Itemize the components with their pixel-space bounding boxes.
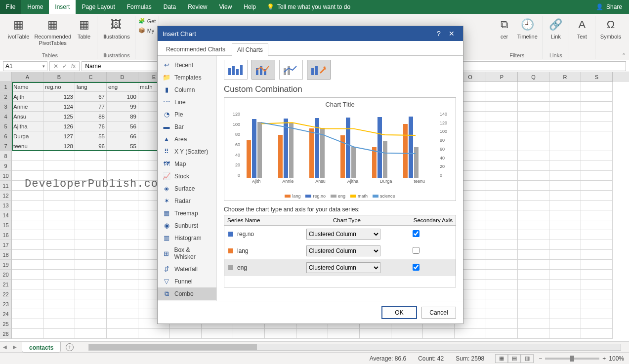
cell[interactable] xyxy=(581,121,613,131)
cell[interactable] xyxy=(518,82,549,92)
cell[interactable] xyxy=(107,210,138,220)
cell[interactable] xyxy=(549,121,581,131)
cell[interactable]: 128 xyxy=(43,141,75,151)
cell[interactable] xyxy=(12,191,43,201)
cell[interactable] xyxy=(518,112,549,121)
cell[interactable] xyxy=(581,151,613,161)
tab-help[interactable]: Help xyxy=(238,0,262,14)
cell[interactable] xyxy=(581,210,613,220)
cell[interactable]: 124 xyxy=(43,102,75,112)
row-header[interactable]: 12 xyxy=(0,191,12,201)
cell[interactable]: 127 xyxy=(43,131,75,141)
cell[interactable]: 77 xyxy=(75,102,107,112)
cell[interactable] xyxy=(518,151,549,161)
recommended-pivottable-button[interactable]: ▦Recommended PivotTables xyxy=(32,16,73,47)
cell[interactable] xyxy=(518,92,549,102)
cell[interactable] xyxy=(581,131,613,141)
cell[interactable] xyxy=(75,299,107,309)
cell[interactable] xyxy=(75,250,107,260)
cell[interactable]: 96 xyxy=(75,141,107,151)
cell[interactable] xyxy=(581,141,613,151)
cancel-formula-icon[interactable]: ✕ xyxy=(52,63,60,70)
cell[interactable] xyxy=(581,220,613,230)
chart-type-combo[interactable]: ⧉Combo xyxy=(158,287,216,300)
cell[interactable] xyxy=(12,299,43,309)
row-header[interactable]: 4 xyxy=(0,112,12,121)
cell[interactable] xyxy=(581,92,613,102)
cell[interactable] xyxy=(75,319,107,329)
cell[interactable] xyxy=(12,260,43,270)
secondary-axis-checkbox[interactable] xyxy=(413,247,419,254)
series-row[interactable]: reg.noClustered Column xyxy=(224,226,456,243)
cell[interactable] xyxy=(549,289,581,299)
cell[interactable] xyxy=(12,151,43,161)
row-header[interactable]: 10 xyxy=(0,171,12,181)
cell[interactable] xyxy=(581,82,613,92)
add-sheet-button[interactable]: + xyxy=(66,343,74,351)
cell[interactable] xyxy=(486,92,518,102)
chart-type-stock[interactable]: 📈Stock xyxy=(158,170,216,182)
zoom-in-button[interactable]: + xyxy=(602,355,606,362)
chart-type-line[interactable]: 〰Line xyxy=(158,96,216,108)
cell[interactable] xyxy=(43,329,75,339)
chart-type-recent[interactable]: ↩Recent xyxy=(158,59,216,71)
cell[interactable] xyxy=(486,201,518,210)
cell[interactable] xyxy=(486,230,518,240)
tab-all-charts[interactable]: All Charts xyxy=(232,43,268,56)
series-row[interactable]: langClustered Column xyxy=(224,243,456,259)
cell[interactable]: 66 xyxy=(107,131,138,141)
cell[interactable] xyxy=(549,329,581,339)
zoom-control[interactable]: − + 100% xyxy=(539,355,624,362)
cell[interactable] xyxy=(486,121,518,131)
cell[interactable] xyxy=(107,161,138,171)
cell[interactable] xyxy=(518,161,549,171)
slicer-button[interactable]: ⧉cer xyxy=(495,16,514,41)
cell[interactable] xyxy=(549,102,581,112)
cell[interactable] xyxy=(486,82,518,92)
cell[interactable] xyxy=(581,230,613,240)
row-header[interactable]: 20 xyxy=(0,270,12,280)
cell[interactable] xyxy=(107,250,138,260)
dialog-help-button[interactable]: ? xyxy=(432,30,445,38)
cell[interactable] xyxy=(549,201,581,210)
row-header[interactable]: 19 xyxy=(0,260,12,270)
col-header[interactable]: R xyxy=(549,72,581,82)
col-header[interactable]: S xyxy=(581,72,613,82)
cell[interactable] xyxy=(486,112,518,121)
cell[interactable] xyxy=(486,250,518,260)
tab-page-layout[interactable]: Page Layout xyxy=(76,0,121,14)
cell[interactable] xyxy=(107,201,138,210)
col-header[interactable]: B xyxy=(43,72,75,82)
row-header[interactable]: 3 xyxy=(0,102,12,112)
cell[interactable] xyxy=(486,220,518,230)
cell[interactable] xyxy=(486,280,518,289)
combo-subtype-custom[interactable] xyxy=(307,60,331,80)
accept-formula-icon[interactable]: ✓ xyxy=(61,63,69,70)
cell[interactable] xyxy=(43,161,75,171)
cell[interactable] xyxy=(581,240,613,250)
cell[interactable] xyxy=(518,220,549,230)
cell[interactable]: 123 xyxy=(43,92,75,102)
cell[interactable] xyxy=(518,141,549,151)
cell[interactable] xyxy=(486,151,518,161)
chart-type-pie[interactable]: ◔Pie xyxy=(158,108,216,121)
cell[interactable] xyxy=(75,240,107,250)
row-header[interactable]: 1 xyxy=(0,82,12,92)
cell[interactable] xyxy=(391,329,423,339)
row-header[interactable]: 8 xyxy=(0,151,12,161)
cell[interactable] xyxy=(518,319,549,329)
row-header[interactable]: 7 xyxy=(0,141,12,151)
cell[interactable] xyxy=(12,289,43,299)
normal-view-button[interactable]: ▦ xyxy=(495,354,508,363)
cell[interactable]: reg.no xyxy=(43,82,75,92)
secondary-axis-checkbox[interactable] xyxy=(413,230,419,237)
cell[interactable] xyxy=(170,329,202,339)
row-header[interactable]: 6 xyxy=(0,131,12,141)
page-layout-view-button[interactable]: ▤ xyxy=(508,354,521,363)
cell[interactable] xyxy=(518,210,549,220)
cell[interactable] xyxy=(581,270,613,280)
cell[interactable] xyxy=(581,260,613,270)
cell[interactable] xyxy=(486,319,518,329)
tab-home[interactable]: Home xyxy=(21,0,49,14)
cell[interactable] xyxy=(107,309,138,319)
